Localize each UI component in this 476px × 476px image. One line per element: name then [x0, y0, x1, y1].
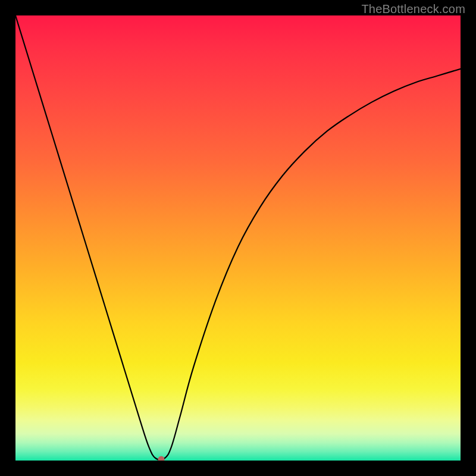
bottleneck-curve	[15, 15, 461, 460]
plot-area	[15, 15, 461, 461]
chart-frame: TheBottleneck.com	[0, 0, 476, 476]
minimum-marker	[158, 456, 165, 461]
watermark-text: TheBottleneck.com	[361, 2, 465, 16]
curve-svg	[15, 15, 461, 461]
